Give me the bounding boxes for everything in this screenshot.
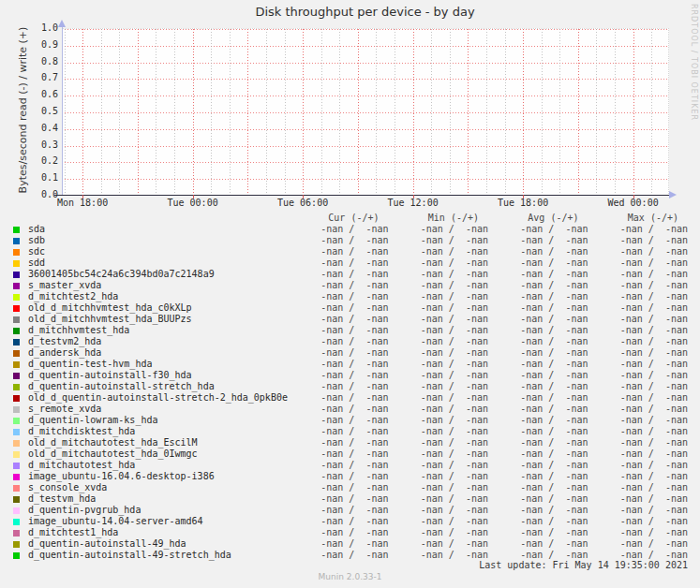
legend-device-name: d_quentin-pvgrub_hda (28, 505, 141, 516)
legend-value-cell: -nan / -nan (488, 516, 588, 527)
x-tick-label: Tue 06:00 (277, 198, 328, 208)
legend-value-cell: -nan / -nan (389, 505, 489, 516)
legend-row: image_ubuntu-16.04.6-desktop-i386-nan / … (7, 471, 688, 482)
legend-value-cell: -nan / -nan (488, 448, 588, 460)
legend-device-name: 36001405bc54c24a6c394bd0a7c2148a9 (28, 269, 215, 280)
v-gridline (321, 29, 322, 196)
legend-swatch-icon (13, 541, 20, 548)
legend-value-cell: -nan / -nan (588, 381, 689, 392)
legend-device-name: image_ubuntu-16.04.6-desktop-i386 (28, 471, 215, 482)
legend-device-name: d_quentin-test-hvm_hda (28, 359, 152, 370)
legend-name-cell: sdb (7, 235, 289, 246)
legend-value-cell: -nan / -nan (488, 269, 588, 280)
legend-value-cell: -nan / -nan (488, 392, 588, 404)
legend-row: d_testvm2_hda-nan / -nan-nan / -nan-nan … (7, 336, 688, 347)
legend-value-cell: -nan / -nan (289, 392, 389, 404)
legend-device-name: old_d_mitchautotest_hda_0Iwmgc (28, 448, 198, 460)
legend-value-cell: -nan / -nan (488, 426, 588, 437)
legend-value-cell: -nan / -nan (389, 370, 489, 381)
legend-value-cell: -nan / -nan (289, 280, 389, 291)
legend-value-cell: -nan / -nan (588, 505, 689, 516)
legend-value-cell: -nan / -nan (389, 392, 489, 404)
legend-device-name: s_console_xvda (28, 482, 107, 493)
legend-name-cell: d_mitchtest1_hda (7, 527, 289, 538)
legend-value-cell: -nan / -nan (588, 460, 689, 471)
legend-name-cell: d_quentin-test-hvm_hda (7, 359, 289, 370)
legend-device-name: d_testvm2_hda (28, 336, 101, 347)
legend-value-cell: -nan / -nan (488, 493, 588, 505)
v-gridline (376, 29, 377, 196)
legend-row: old_d_mitchautotest_hda_EscilM-nan / -na… (7, 437, 688, 448)
legend-device-name: d_mitchtest2_hda (28, 291, 118, 302)
legend-value-cell: -nan / -nan (588, 359, 689, 370)
v-gridline (596, 29, 597, 196)
legend-value-cell: -nan / -nan (588, 482, 689, 493)
legend-value-cell: -nan / -nan (389, 314, 489, 325)
legend-value-cell: -nan / -nan (289, 448, 389, 460)
legend-value-cell: -nan / -nan (488, 471, 588, 482)
legend-value-cell: -nan / -nan (488, 280, 588, 291)
legend-row: image_ubuntu-14.04-server-amd64-nan / -n… (7, 516, 688, 527)
legend-name-cell: image_ubuntu-16.04.6-desktop-i386 (7, 471, 289, 482)
legend-swatch-icon (13, 406, 20, 413)
legend-name-cell: d_mitchautotest_hda (7, 460, 289, 471)
legend-value-cell: -nan / -nan (289, 437, 389, 448)
legend-row: sda-nan / -nan-nan / -nan-nan / -nan-nan… (7, 224, 688, 235)
y-tick-label: 0.2 (2, 155, 58, 166)
legend-row: old_d_mitchautotest_hda_0Iwmgc-nan / -na… (7, 448, 688, 460)
legend-row: sdd-nan / -nan-nan / -nan-nan / -nan-nan… (7, 257, 688, 269)
legend-device-name: sda (28, 224, 45, 235)
legend-device-name: d_mitchautotest_hda (28, 460, 135, 471)
legend-device-name: old_d_mitchhvmtest_hda_c0kXLp (28, 302, 192, 314)
legend-name-cell: old_d_mitchautotest_hda_EscilM (7, 437, 289, 448)
legend-value-cell: -nan / -nan (588, 538, 689, 550)
v-gridline (633, 29, 634, 196)
legend-value-cell: -nan / -nan (588, 493, 689, 505)
legend-value-cell: -nan / -nan (488, 370, 588, 381)
legend-value-cell: -nan / -nan (389, 538, 489, 550)
legend-device-name: s_remote_xvda (28, 404, 101, 415)
legend-swatch-icon (13, 395, 20, 402)
x-tick-label: Tue 00:00 (168, 198, 218, 208)
x-tick-label: Tue 18:00 (498, 198, 548, 208)
legend-row: old_d_mitchhvmtest_hda_c0kXLp-nan / -nan… (7, 302, 688, 314)
legend-table: Cur (-/+)Min (-/+)Avg (-/+)Max (-/+) sda… (7, 213, 688, 561)
legend-value-cell: -nan / -nan (488, 246, 588, 257)
legend-value-cell: -nan / -nan (389, 493, 489, 505)
legend-value-cell: -nan / -nan (289, 347, 389, 359)
legend-swatch-icon (13, 361, 20, 368)
v-gridline (615, 29, 616, 196)
legend-value-cell: -nan / -nan (389, 257, 489, 269)
v-gridline (156, 29, 156, 196)
legend-swatch-icon (13, 373, 20, 379)
legend-name-cell: d_mitchhvmtest_hda (7, 325, 289, 336)
x-axis-tick (82, 195, 83, 198)
legend-value-cell: -nan / -nan (289, 302, 389, 314)
legend-value-cell: -nan / -nan (389, 426, 489, 437)
legend-column-header: Cur (-/+) (289, 213, 389, 224)
legend-swatch-icon (13, 238, 20, 244)
legend-row: s_remote_xvda-nan / -nan-nan / -nan-nan … (7, 404, 688, 415)
legend-value-cell: -nan / -nan (289, 370, 389, 381)
y-axis-arrow-icon (58, 20, 66, 27)
legend-value-cell: -nan / -nan (389, 527, 489, 538)
v-gridline (174, 29, 175, 196)
legend-swatch-icon (13, 339, 20, 345)
legend-value-cell: -nan / -nan (588, 370, 689, 381)
legend-value-cell: -nan / -nan (389, 516, 489, 527)
y-tick-label: 0.8 (2, 56, 58, 66)
v-gridline (651, 29, 652, 196)
legend-value-cell: -nan / -nan (389, 460, 489, 471)
legend-swatch-icon (13, 485, 20, 492)
legend-value-cell: -nan / -nan (389, 448, 489, 460)
legend-value-cell: -nan / -nan (588, 246, 689, 257)
x-tick-label: Wed 00:00 (608, 198, 659, 208)
legend-value-cell: -nan / -nan (389, 291, 489, 302)
rrdtool-watermark: RRDTOOL / TOBI OETIKER (690, 4, 698, 154)
legend-value-cell: -nan / -nan (588, 291, 689, 302)
graph-title: Disk throughput per device - by day (62, 5, 668, 19)
v-gridline (339, 29, 340, 196)
legend-name-cell: d_quentin-autoinstall-f30_hda (7, 370, 289, 381)
legend-value-cell: -nan / -nan (289, 505, 389, 516)
legend-value-cell: -nan / -nan (389, 280, 489, 291)
